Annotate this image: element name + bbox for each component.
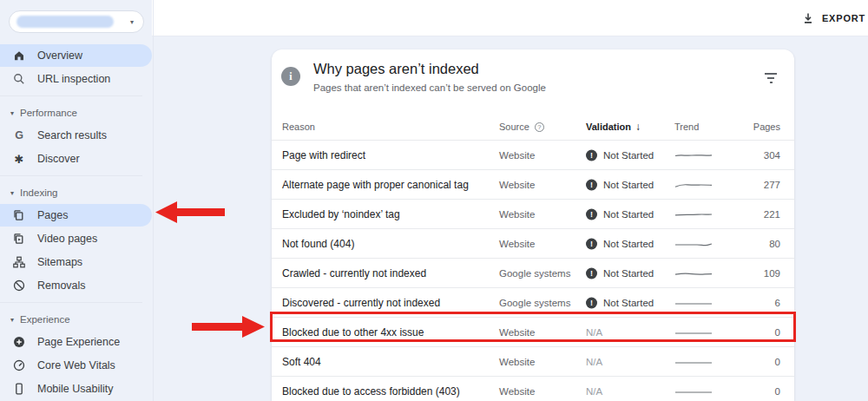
reason-cell: Blocked due to other 4xx issue <box>282 326 424 339</box>
sidebar-section-experience[interactable]: ▾ Experience <box>0 308 153 331</box>
table-header-row: Reason Source ? Validation ↓ Trend Pages <box>272 114 794 140</box>
validation-cell: ! Not Started <box>586 267 654 279</box>
sidebar-divider <box>0 302 142 303</box>
section-label: Experience <box>20 314 70 325</box>
sidebar-item-label: Core Web Vitals <box>37 359 115 371</box>
validation-cell: ! Not Started <box>586 297 654 308</box>
export-button[interactable]: EXPORT <box>802 0 865 36</box>
not-started-icon: ! <box>586 149 597 161</box>
not-started-icon: ! <box>586 208 597 220</box>
source-cell: Website <box>499 180 535 190</box>
filter-icon[interactable] <box>765 73 777 83</box>
page-experience-icon <box>12 335 26 349</box>
source-cell: Website <box>499 357 535 367</box>
sidebar-section-performance[interactable]: ▾ Performance <box>0 102 153 124</box>
table-row[interactable]: Blocked due to access forbidden (403) We… <box>272 376 794 401</box>
card-subtitle: Pages that aren’t indexed can’t be serve… <box>313 82 546 93</box>
reason-cell: Alternate page with proper canonical tag <box>282 179 469 191</box>
pages-count: 80 <box>769 239 780 249</box>
reason-cell: Blocked due to access forbidden (403) <box>282 385 460 398</box>
sidebar-item-url-inspection[interactable]: URL inspection <box>0 68 152 90</box>
sidebar-item-overview[interactable]: Overview <box>0 44 152 67</box>
column-header-source[interactable]: Source ? <box>499 122 544 132</box>
trend-sparkline <box>674 327 713 338</box>
sidebar-item-label: Page Experience <box>37 336 120 348</box>
sidebar-divider <box>0 175 142 176</box>
pages-count: 304 <box>764 150 780 161</box>
table-row[interactable]: Crawled - currently not indexed Google s… <box>272 258 794 287</box>
table-row[interactable]: Not found (404) Website ! Not Started 80 <box>272 228 794 258</box>
collapse-caret-icon: ▾ <box>10 109 14 117</box>
pages-count: 221 <box>764 209 780 220</box>
section-label: Indexing <box>20 187 57 198</box>
pages-count: 6 <box>775 298 780 308</box>
google-g-icon: G <box>12 128 26 142</box>
pages-count: 277 <box>764 180 780 190</box>
pages-icon <box>12 208 26 222</box>
validation-cell: ! Not Started <box>586 149 654 161</box>
reason-cell: Discovered - currently not indexed <box>282 297 440 309</box>
info-icon: i <box>281 67 300 86</box>
validation-label: Not Started <box>603 180 654 190</box>
reason-cell: Excluded by ‘noindex’ tag <box>282 208 400 220</box>
reason-cell: Page with redirect <box>282 149 365 161</box>
trend-sparkline <box>674 150 713 161</box>
card-header: i Why pages aren’t indexed Pages that ar… <box>272 49 794 114</box>
trend-sparkline <box>674 180 713 190</box>
sidebar-section-indexing[interactable]: ▾ Indexing <box>0 181 153 204</box>
table-row[interactable]: Excluded by ‘noindex’ tag Website ! Not … <box>272 199 794 228</box>
sidebar-item-video-pages[interactable]: Video pages <box>0 227 152 250</box>
table-row[interactable]: Alternate page with proper canonical tag… <box>272 169 794 199</box>
sidebar-item-sitemaps[interactable]: Sitemaps <box>0 251 152 273</box>
sidebar-item-removals[interactable]: Removals <box>0 274 152 297</box>
table-row[interactable]: Discovered - currently not indexed Googl… <box>272 287 794 317</box>
pages-count: 109 <box>764 268 780 279</box>
core-web-vitals-icon <box>12 358 26 372</box>
property-name-redacted <box>16 16 114 28</box>
source-cell: Website <box>499 327 535 338</box>
pages-count: 0 <box>775 327 780 338</box>
validation-cell: N/A <box>586 357 602 367</box>
column-header-validation[interactable]: Validation ↓ <box>586 121 641 133</box>
sidebar-item-label: Video pages <box>37 233 97 245</box>
sidebar-item-pages[interactable]: Pages <box>0 204 152 227</box>
card-title: Why pages aren’t indexed <box>313 61 479 77</box>
source-cell: Website <box>499 239 535 249</box>
column-header-pages[interactable]: Pages <box>753 122 780 132</box>
sidebar-item-label: Search results <box>37 129 107 141</box>
reason-cell: Soft 404 <box>282 356 321 368</box>
property-selector[interactable]: ▾ <box>9 10 144 33</box>
sidebar-item-discover[interactable]: ✱ Discover <box>0 148 152 170</box>
validation-label: Not Started <box>603 298 654 308</box>
discover-spark-icon: ✱ <box>12 152 26 166</box>
column-header-label: Validation <box>586 122 631 132</box>
sidebar-divider <box>0 95 142 96</box>
sidebar-item-page-experience[interactable]: Page Experience <box>0 331 152 353</box>
why-pages-arent-indexed-card: i Why pages aren’t indexed Pages that ar… <box>272 49 794 401</box>
help-icon[interactable]: ? <box>535 122 544 132</box>
validation-cell: ! Not Started <box>586 208 654 220</box>
sidebar-item-core-web-vitals[interactable]: Core Web Vitals <box>0 354 152 377</box>
table-row[interactable]: Soft 404 Website N/A 0 <box>272 346 794 376</box>
sidebar-item-search-results[interactable]: G Search results <box>0 124 152 147</box>
table-row-highlighted[interactable]: Blocked due to other 4xx issue Website N… <box>272 317 794 346</box>
validation-cell: N/A <box>586 386 602 397</box>
column-header-reason[interactable]: Reason <box>282 122 315 132</box>
sidebar-item-mobile-usability[interactable]: Mobile Usability <box>0 378 152 400</box>
trend-sparkline <box>674 298 713 308</box>
annotation-arrow-left-icon <box>154 200 225 224</box>
validation-cell: ! Not Started <box>586 179 654 190</box>
reason-cell: Not found (404) <box>282 238 354 250</box>
google-search-console-screen: Page indexing EXPORT ▾ Overview URL insp… <box>0 0 868 401</box>
trend-sparkline <box>674 386 713 397</box>
pages-count: 0 <box>775 357 780 367</box>
table-row[interactable]: Page with redirect Website ! Not Started… <box>272 140 794 169</box>
trend-sparkline <box>674 357 713 367</box>
trend-sparkline <box>674 209 713 220</box>
validation-label: Not Started <box>603 209 654 220</box>
source-cell: Website <box>499 150 535 161</box>
sidebar-item-label: Pages <box>37 209 68 221</box>
validation-label: Not Started <box>603 150 654 161</box>
collapse-caret-icon: ▾ <box>10 316 14 324</box>
column-header-trend: Trend <box>674 122 699 132</box>
